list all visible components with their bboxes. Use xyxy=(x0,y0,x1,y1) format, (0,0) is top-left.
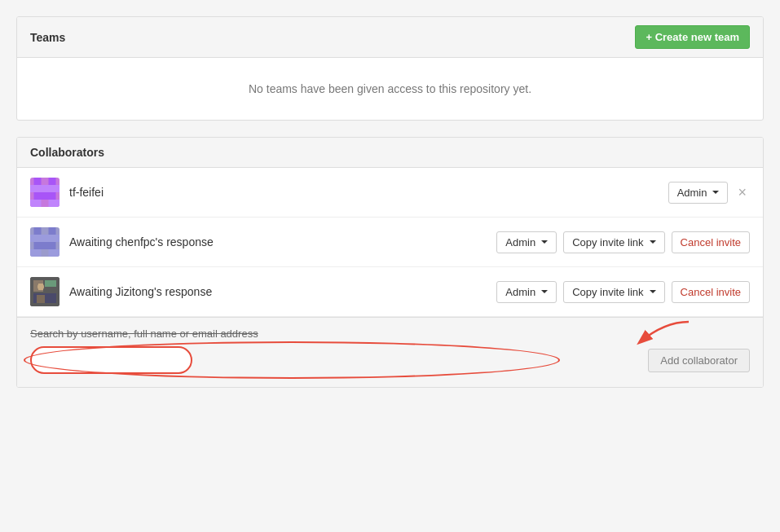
role-dropdown[interactable]: Admin xyxy=(668,182,729,204)
teams-empty-message: No teams have been given access to this … xyxy=(17,58,763,120)
svg-rect-11 xyxy=(49,249,60,257)
teams-section: Teams + Create new team No teams have be… xyxy=(16,16,764,121)
dropdown-caret-icon xyxy=(650,290,656,293)
svg-rect-14 xyxy=(45,280,56,287)
svg-rect-18 xyxy=(37,295,45,303)
svg-rect-1 xyxy=(49,178,56,185)
dropdown-caret-icon xyxy=(650,240,656,244)
remove-collaborator-button[interactable]: × xyxy=(734,185,750,200)
collaborators-header: Collaborators xyxy=(17,138,763,168)
svg-point-17 xyxy=(37,284,44,290)
collaborator-actions: Admin × xyxy=(668,182,750,204)
role-dropdown[interactable]: Admin xyxy=(496,281,557,303)
copy-invite-label: Copy invite link xyxy=(572,286,643,298)
collaborators-title: Collaborators xyxy=(30,146,104,159)
avatar xyxy=(30,277,59,306)
add-collaborator-button[interactable]: Add collaborator xyxy=(648,349,750,372)
svg-rect-9 xyxy=(34,242,56,249)
svg-rect-5 xyxy=(49,200,60,207)
svg-rect-10 xyxy=(30,249,42,257)
collaborators-section: Collaborators tf-feifei Admin × xyxy=(16,137,764,388)
create-new-team-button[interactable]: + Create new team xyxy=(635,25,750,49)
svg-rect-7 xyxy=(49,227,56,235)
collaborator-username: Awaiting chenfpc's response xyxy=(69,235,496,248)
table-row: tf-feifei Admin × xyxy=(17,168,763,218)
svg-rect-0 xyxy=(34,178,42,185)
search-row: Add collaborator xyxy=(30,346,750,374)
svg-rect-4 xyxy=(30,200,42,207)
teams-title: Teams xyxy=(30,31,65,44)
search-section: Search by username, full name or email a… xyxy=(17,317,763,387)
svg-rect-8 xyxy=(30,235,59,242)
dropdown-caret-icon xyxy=(541,240,548,244)
search-input[interactable] xyxy=(30,346,192,374)
cancel-invite-button[interactable]: Cancel invite xyxy=(672,231,750,253)
copy-invite-label: Copy invite link xyxy=(572,236,643,248)
avatar xyxy=(30,178,59,207)
collaborator-username: Awaiting Jizitong's response xyxy=(69,285,496,298)
table-row: Awaiting Jizitong's response Admin Copy … xyxy=(17,267,763,317)
svg-rect-2 xyxy=(30,185,59,192)
role-label: Admin xyxy=(505,286,535,298)
teams-header: Teams + Create new team xyxy=(17,17,763,58)
role-label: Admin xyxy=(505,236,535,248)
collaborator-username: tf-feifei xyxy=(69,186,668,199)
dropdown-caret-icon xyxy=(541,290,548,293)
role-label: Admin xyxy=(677,187,707,199)
cancel-invite-button[interactable]: Cancel invite xyxy=(672,281,750,303)
role-dropdown[interactable]: Admin xyxy=(496,231,557,253)
avatar xyxy=(30,227,59,257)
collaborator-actions: Admin Copy invite link Cancel invite xyxy=(496,231,750,253)
dropdown-caret-icon xyxy=(712,191,719,194)
svg-rect-3 xyxy=(34,192,56,200)
table-row: Awaiting chenfpc's response Admin Copy i… xyxy=(17,218,763,267)
svg-rect-6 xyxy=(34,227,42,235)
copy-invite-link-button[interactable]: Copy invite link xyxy=(563,281,664,303)
collaborator-actions: Admin Copy invite link Cancel invite xyxy=(496,281,750,303)
copy-invite-link-button[interactable]: Copy invite link xyxy=(563,231,664,253)
arrow-annotation xyxy=(632,318,697,350)
